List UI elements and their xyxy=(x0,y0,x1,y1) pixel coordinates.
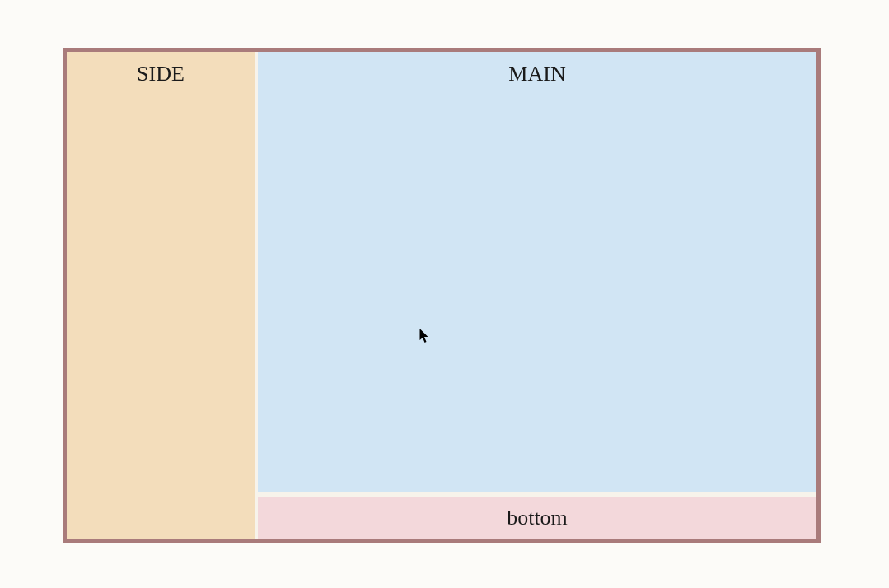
side-label: SIDE xyxy=(137,62,185,86)
main-panel: MAIN xyxy=(258,52,816,492)
bottom-label: bottom xyxy=(507,506,568,530)
bottom-panel: bottom xyxy=(258,492,816,539)
side-panel: SIDE xyxy=(67,52,258,539)
main-label: MAIN xyxy=(508,62,565,86)
layout-container: SIDE MAIN bottom xyxy=(63,48,821,543)
